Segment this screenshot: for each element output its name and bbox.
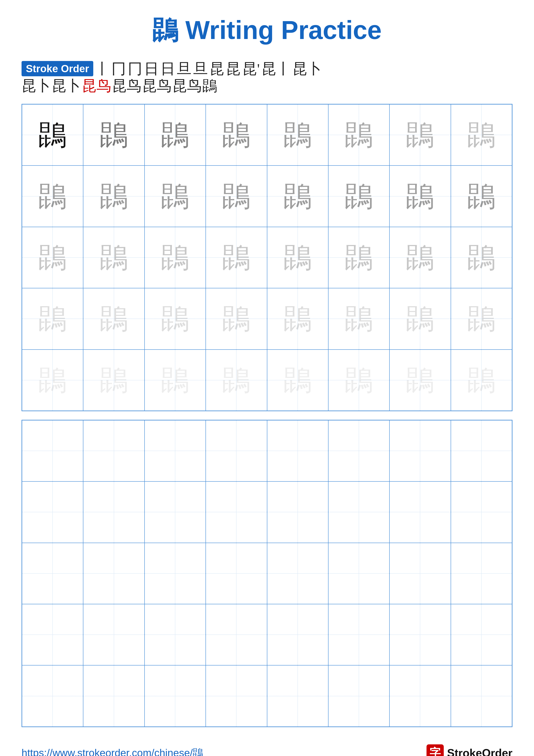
grid-cell[interactable]: 鵾 <box>83 350 144 411</box>
grid-cell[interactable]: 鵾 <box>451 166 512 227</box>
empty-cell[interactable] <box>267 481 328 543</box>
grid-cell[interactable]: 鵾 <box>22 227 83 288</box>
grid-cell[interactable]: 鵾 <box>390 350 451 411</box>
grid-cell[interactable]: 鵾 <box>390 166 451 227</box>
grid-cell[interactable]: 鵾 <box>144 288 206 349</box>
practice-char: 鵾 <box>284 121 312 149</box>
empty-cell[interactable] <box>206 543 267 604</box>
empty-cell[interactable] <box>267 420 328 481</box>
grid-cell[interactable]: 鵾 <box>390 104 451 166</box>
grid-cell[interactable]: 鵾 <box>328 350 390 411</box>
grid-cell[interactable]: 鵾 <box>328 227 390 288</box>
empty-cell[interactable] <box>390 481 451 543</box>
empty-cell[interactable] <box>267 543 328 604</box>
grid-cell[interactable]: 鵾 <box>206 350 267 411</box>
empty-cell[interactable] <box>83 665 144 726</box>
grid-cell[interactable]: 鵾 <box>206 227 267 288</box>
grid-cell[interactable]: 鵾 <box>451 350 512 411</box>
empty-cell[interactable] <box>83 604 144 665</box>
empty-cell[interactable] <box>390 604 451 665</box>
grid-cell[interactable]: 鵾 <box>22 288 83 349</box>
empty-cell[interactable] <box>451 604 512 665</box>
practice-char: 鵾 <box>161 244 189 272</box>
grid-cell[interactable]: 鵾 <box>83 227 144 288</box>
practice-char: 鵾 <box>284 244 312 272</box>
empty-cell[interactable] <box>390 543 451 604</box>
stroke-char-6: 旦 <box>177 62 191 76</box>
grid-cell[interactable]: 鵾 <box>267 104 328 166</box>
empty-cell[interactable] <box>144 543 206 604</box>
empty-cell[interactable] <box>451 481 512 543</box>
practice-char: 鵾 <box>345 366 373 394</box>
empty-cell[interactable] <box>22 543 83 604</box>
stroke-order-badge: Stroke Order <box>21 61 93 76</box>
practice-char: 鵾 <box>38 366 66 394</box>
grid-cell[interactable]: 鵾 <box>328 104 390 166</box>
empty-cell[interactable] <box>83 481 144 543</box>
grid-cell[interactable]: 鵾 <box>267 350 328 411</box>
grid-cell[interactable]: 鵾 <box>144 227 206 288</box>
practice-char: 鵾 <box>468 244 496 272</box>
empty-cell[interactable] <box>22 604 83 665</box>
empty-cell[interactable] <box>328 420 390 481</box>
grid-cell[interactable]: 鵾 <box>144 350 206 411</box>
page-title: 鵾 Writing Practice <box>21 13 513 48</box>
empty-cell[interactable] <box>390 420 451 481</box>
grid-cell[interactable]: 鵾 <box>390 227 451 288</box>
grid-cell[interactable]: 鵾 <box>267 288 328 349</box>
practice-char: 鵾 <box>222 182 250 210</box>
grid-cell[interactable]: 鵾 <box>83 166 144 227</box>
grid-cell[interactable]: 鵾 <box>22 166 83 227</box>
grid-cell[interactable]: 鵾 <box>22 104 83 166</box>
grid-cell[interactable]: 鵾 <box>390 288 451 349</box>
grid-cell[interactable]: 鵾 <box>83 104 144 166</box>
empty-cell[interactable] <box>206 665 267 726</box>
empty-cell[interactable] <box>328 604 390 665</box>
stroke-char-13: 昆卜 <box>21 78 51 93</box>
grid-cell[interactable]: 鵾 <box>83 288 144 349</box>
stroke-char-11: 昆丨 <box>262 62 291 76</box>
empty-cell[interactable] <box>267 604 328 665</box>
footer-url[interactable]: https://www.strokeorder.com/chinese/鵾 <box>21 746 203 756</box>
empty-cell[interactable] <box>206 604 267 665</box>
empty-cell[interactable] <box>328 481 390 543</box>
grid-cell[interactable]: 鵾 <box>206 166 267 227</box>
grid-cell[interactable]: 鵾 <box>451 104 512 166</box>
empty-cell[interactable] <box>451 665 512 726</box>
practice-char: 鵾 <box>406 366 434 394</box>
practice-char: 鵾 <box>468 182 496 210</box>
empty-cell[interactable] <box>22 481 83 543</box>
empty-cell[interactable] <box>206 481 267 543</box>
practice-char: 鵾 <box>38 182 66 210</box>
grid-cell[interactable]: 鵾 <box>206 288 267 349</box>
empty-cell[interactable] <box>451 543 512 604</box>
empty-cell[interactable] <box>22 420 83 481</box>
grid-cell[interactable]: 鵾 <box>267 227 328 288</box>
empty-cell[interactable] <box>144 604 206 665</box>
empty-cell[interactable] <box>83 543 144 604</box>
grid-cell[interactable]: 鵾 <box>328 288 390 349</box>
practice-char: 鵾 <box>38 244 66 272</box>
empty-cell[interactable] <box>328 665 390 726</box>
grid-cell[interactable]: 鵾 <box>144 166 206 227</box>
empty-cell[interactable] <box>451 420 512 481</box>
grid-cell[interactable]: 鵾 <box>328 166 390 227</box>
grid-cell[interactable]: 鵾 <box>451 288 512 349</box>
empty-cell[interactable] <box>390 665 451 726</box>
practice-char: 鵾 <box>284 305 312 333</box>
grid-cell[interactable]: 鵾 <box>206 104 267 166</box>
empty-cell[interactable] <box>328 543 390 604</box>
empty-cell[interactable] <box>83 420 144 481</box>
stroke-char-18: 昆鸟 <box>172 78 202 93</box>
practice-char: 鵾 <box>406 182 434 210</box>
grid-cell[interactable]: 鵾 <box>267 166 328 227</box>
grid-cell[interactable]: 鵾 <box>22 350 83 411</box>
empty-cell[interactable] <box>22 665 83 726</box>
empty-cell[interactable] <box>267 665 328 726</box>
empty-cell[interactable] <box>206 420 267 481</box>
grid-cell[interactable]: 鵾 <box>451 227 512 288</box>
empty-cell[interactable] <box>144 665 206 726</box>
empty-cell[interactable] <box>144 481 206 543</box>
empty-cell[interactable] <box>144 420 206 481</box>
grid-cell[interactable]: 鵾 <box>144 104 206 166</box>
